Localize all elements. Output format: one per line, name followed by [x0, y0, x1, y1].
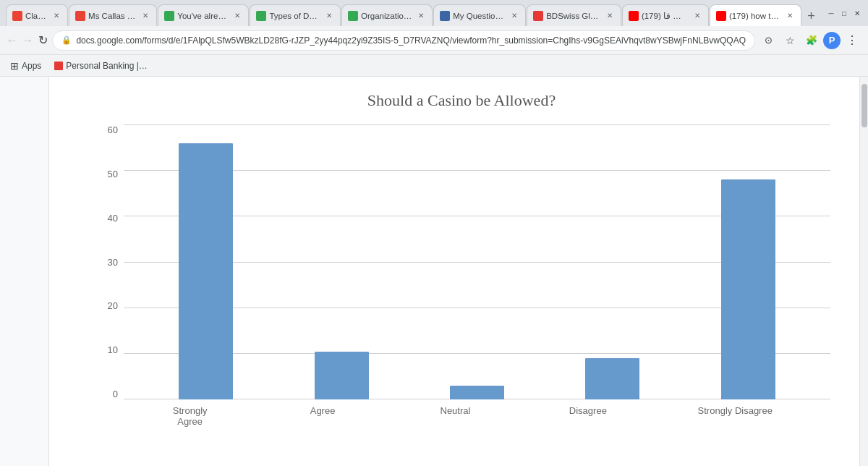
bars-container — [124, 124, 830, 399]
nav-actions: ⊙ ☆ 🧩 P ⋮ — [758, 30, 862, 51]
y-label-20: 20 — [93, 300, 118, 311]
refresh-button[interactable]: ↻ — [37, 30, 49, 51]
y-label-0: 0 — [93, 389, 118, 399]
maximize-button[interactable]: □ — [839, 8, 849, 18]
y-label-50: 50 — [93, 169, 118, 179]
secure-icon: 🔒 — [61, 35, 72, 45]
tab-title-mscallas: Ms Callas - M… — [88, 12, 137, 20]
back-button[interactable]: ← — [6, 30, 18, 51]
tab-title-youvealready: You've already… — [177, 12, 229, 20]
close-button[interactable]: ✕ — [852, 8, 862, 18]
tab-title-classes: Classes — [25, 12, 48, 20]
y-label-30: 30 — [93, 257, 118, 268]
title-bar: Classes ✕ Ms Callas - M… ✕ You've alread… — [0, 0, 868, 26]
bookmark-personal-banking-label: Personal Banking |… — [66, 61, 148, 71]
tab-title-organization: Organization o… — [361, 12, 413, 20]
tab-close-myquestions[interactable]: ✕ — [509, 11, 519, 21]
bar-agree — [315, 352, 369, 399]
tab-close-howtake[interactable]: ✕ — [785, 11, 795, 21]
tab-favicon-amozesh — [629, 11, 639, 21]
tab-myquestions[interactable]: My Questions: … ✕ — [433, 4, 526, 26]
tab-close-typesofdata[interactable]: ✕ — [324, 11, 334, 21]
x-label-strongly-agree: Strongly Agree — [163, 405, 217, 427]
more-button[interactable]: ⋮ — [842, 30, 862, 51]
bar-neutral-rect — [450, 386, 504, 399]
tab-close-classes[interactable]: ✕ — [51, 11, 61, 21]
chart-area: 0 10 20 30 40 50 60 — [93, 124, 830, 427]
tab-close-bdswiss[interactable]: ✕ — [605, 11, 615, 21]
main-area: Should a Casino be Allowed? 0 10 20 30 4… — [0, 77, 868, 466]
tab-favicon-howtake — [716, 11, 726, 21]
tab-typesofdata[interactable]: Types of Data … ✕ — [250, 4, 341, 26]
tabs-container: Classes ✕ Ms Callas - M… ✕ You've alread… — [6, 0, 820, 26]
tab-favicon-classes — [12, 11, 22, 21]
tab-howtake[interactable]: (179) how take… ✕ — [710, 4, 801, 26]
address-bar[interactable]: 🔒 docs.google.com/forms/d/e/1FAlpQLSfw5W… — [52, 30, 755, 51]
tab-youvealready[interactable]: You've already… ✕ — [158, 4, 249, 26]
bar-disagree — [585, 358, 639, 399]
bar-strongly-agree-rect — [179, 143, 233, 399]
chart-title: Should a Casino be Allowed? — [93, 91, 830, 110]
minimize-button[interactable]: ─ — [826, 8, 836, 18]
bar-agree-rect — [315, 352, 369, 399]
tab-close-youvealready[interactable]: ✕ — [232, 11, 242, 21]
tab-favicon-bdswiss — [533, 11, 543, 21]
profile-button[interactable]: P — [823, 32, 841, 49]
tab-title-bdswiss: BDSwiss Globe… — [546, 12, 602, 20]
bar-disagree-rect — [585, 358, 639, 399]
lens-button[interactable]: ⊙ — [758, 30, 778, 51]
forward-button[interactable]: → — [21, 30, 33, 51]
url-text: docs.google.com/forms/d/e/1FAlpQLSfw5WBk… — [76, 35, 746, 46]
tab-title-amozesh: آموزش فا (179) — [642, 11, 689, 21]
bookmark-button[interactable]: ☆ — [780, 30, 800, 51]
bar-neutral — [450, 386, 504, 399]
new-tab-button[interactable]: + — [802, 6, 820, 26]
bookmark-personal-banking[interactable]: Personal Banking |… — [48, 59, 153, 72]
y-axis: 0 10 20 30 40 50 60 — [93, 124, 118, 399]
x-label-agree: Agree — [296, 405, 350, 427]
tab-amozesh[interactable]: آموزش فا (179) ✕ — [622, 4, 709, 26]
y-label-10: 10 — [93, 344, 118, 355]
tab-favicon-organization — [348, 11, 358, 21]
tab-organization[interactable]: Organization o… ✕ — [341, 4, 433, 26]
bookmark-personal-banking-icon — [54, 62, 63, 70]
chart-container: Should a Casino be Allowed? 0 10 20 30 4… — [49, 77, 859, 441]
left-sidebar — [0, 77, 49, 466]
extensions-button[interactable]: 🧩 — [801, 30, 822, 51]
tab-classes[interactable]: Classes ✕ — [6, 4, 68, 26]
tab-mscallas[interactable]: Ms Callas - M… ✕ — [69, 4, 157, 26]
tab-favicon-youvealready — [164, 11, 174, 21]
y-label-40: 40 — [93, 213, 118, 224]
bar-strongly-agree — [179, 143, 233, 399]
apps-label: Apps — [22, 61, 41, 71]
window-controls: ─ □ ✕ — [826, 8, 862, 18]
x-label-neutral: Neutral — [428, 405, 482, 427]
tab-title-howtake: (179) how take… — [729, 12, 782, 20]
x-label-strongly-disagree: Strongly Disagree — [694, 405, 777, 427]
tab-title-myquestions: My Questions: … — [453, 12, 506, 20]
apps-grid-icon: ⊞ — [10, 60, 19, 72]
page-content: Should a Casino be Allowed? 0 10 20 30 4… — [49, 77, 859, 466]
tab-close-amozesh[interactable]: ✕ — [692, 11, 702, 21]
tab-favicon-myquestions — [440, 11, 450, 21]
tab-favicon-typesofdata — [256, 11, 266, 21]
tab-bdswiss[interactable]: BDSwiss Globe… ✕ — [527, 4, 621, 26]
tab-favicon-mscallas — [75, 11, 85, 21]
bar-strongly-disagree — [721, 179, 775, 399]
tab-close-mscallas[interactable]: ✕ — [140, 11, 150, 21]
chart-body — [124, 124, 830, 399]
y-label-60: 60 — [93, 124, 118, 135]
nav-bar: ← → ↻ 🔒 docs.google.com/forms/d/e/1FAlpQ… — [0, 26, 868, 55]
bookmarks-bar: ⊞ Apps Personal Banking |… — [0, 55, 868, 77]
tab-title-typesofdata: Types of Data … — [269, 12, 321, 20]
right-scrollbar[interactable] — [859, 77, 868, 466]
x-label-disagree: Disagree — [561, 405, 615, 427]
tab-close-organization[interactable]: ✕ — [416, 11, 426, 21]
bar-strongly-disagree-rect — [721, 179, 775, 399]
x-labels: Strongly Agree Agree Neutral Disagree St… — [93, 399, 830, 427]
apps-button[interactable]: ⊞ Apps — [6, 59, 46, 73]
chart-with-yaxis: 0 10 20 30 40 50 60 — [93, 124, 830, 399]
scrollbar-thumb[interactable] — [861, 84, 867, 127]
